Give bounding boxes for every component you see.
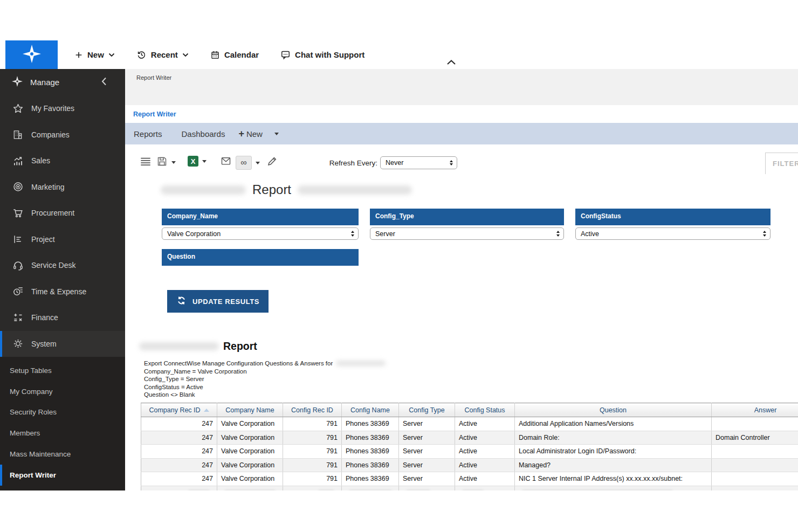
filter-header: ConfigStatus — [575, 209, 771, 225]
sidebar-item-companies[interactable]: Companies — [0, 122, 125, 148]
sidebar-item-marketing[interactable]: Marketing — [0, 174, 125, 201]
history-icon — [136, 50, 147, 60]
criteria-line: Config_Type = Server — [144, 375, 386, 383]
envelope-icon — [220, 156, 232, 169]
star-icon — [12, 102, 24, 114]
sidebar-item-finance[interactable]: Finance — [0, 305, 125, 331]
tab-reports[interactable]: Reports — [134, 129, 162, 139]
headset-icon — [12, 259, 24, 271]
tab-bar: Reports Dashboards + New — [125, 123, 798, 144]
chat-support-button[interactable]: Chat with Support — [280, 50, 364, 60]
menu-list-button[interactable] — [139, 156, 152, 170]
hamburger-icon — [139, 156, 152, 170]
table-row[interactable]: 247Valve Corporation791Phones 38369Serve… — [141, 431, 798, 445]
select-stepper-icon — [351, 231, 354, 237]
sidebar-brand-label: Manage — [30, 78, 59, 87]
chat-icon — [280, 50, 291, 60]
sidebar-item-service-desk[interactable]: Service Desk — [0, 252, 125, 279]
sidebar-item-mass-maintenance[interactable]: Mass Maintenance — [0, 444, 125, 465]
new-menu-button[interactable]: New — [74, 50, 115, 59]
col-header-config-rec-id[interactable]: Config Rec ID — [283, 403, 342, 417]
select-stepper-icon — [450, 160, 453, 166]
report-heading-word: Report — [223, 340, 257, 353]
report-title-row: Report — [161, 182, 412, 197]
sort-asc-icon — [204, 409, 209, 412]
sidebar-item-sales[interactable]: Sales — [0, 148, 125, 174]
table-row[interactable]: 247Valve Corporation791Phones 38369Serve… — [141, 472, 798, 486]
sidebar-subitem-label: Members — [10, 429, 40, 437]
breadcrumb: Report Writer — [136, 74, 171, 81]
top-menu: New Recent Calendar Chat with Support — [74, 40, 364, 69]
email-button[interactable] — [220, 156, 232, 169]
col-header-config-type[interactable]: Config Type — [399, 403, 455, 417]
col-header-question[interactable]: Question — [515, 403, 712, 417]
link-dropdown-caret[interactable] — [256, 162, 260, 164]
col-header-config-status[interactable]: Config Status — [455, 403, 515, 417]
sidebar-item-system[interactable]: System — [0, 331, 125, 357]
sidebar-item-label: Companies — [31, 130, 70, 139]
refresh-every-select[interactable]: Never — [380, 156, 457, 169]
sidebar-item-time-expense[interactable]: Time & Expense — [0, 279, 125, 305]
table-row[interactable]: 247Valve Corporation791Phones 38369Serve… — [141, 417, 798, 431]
target-icon — [12, 181, 24, 193]
plus-icon — [74, 51, 83, 59]
export-excel-button[interactable]: X — [188, 156, 207, 167]
tab-new-button[interactable]: + New — [238, 129, 263, 139]
sidebar-item-my-favorites[interactable]: My Favorites — [0, 95, 125, 122]
col-header-config-name[interactable]: Config Name — [342, 403, 399, 417]
sidebar-item-members[interactable]: Members — [0, 423, 125, 444]
sidebar-item-my-company[interactable]: My Company — [0, 381, 125, 402]
company-name-select[interactable]: Valve Corporation — [162, 227, 359, 240]
tab-dashboards[interactable]: Dashboards — [182, 129, 225, 139]
filter-config-status: ConfigStatus Active — [575, 209, 771, 240]
refresh-icon — [176, 295, 187, 307]
connectwise-logo[interactable] — [5, 40, 58, 69]
report-content: Report Company_Name Valve Corporation Co… — [125, 174, 798, 490]
new-dropdown-caret[interactable] — [274, 133, 279, 135]
report-criteria: Export ConnectWise Manage Configuration … — [144, 360, 386, 399]
excel-icon: X — [188, 156, 198, 167]
sidebar-item-label: System — [31, 340, 57, 348]
table-row[interactable]: 247Valve Corporation791Phones 38369Serve… — [141, 458, 798, 472]
save-dropdown-caret[interactable] — [171, 161, 176, 164]
recent-menu-button[interactable]: Recent — [136, 50, 189, 60]
refresh-every-label: Refresh Every: — [315, 159, 377, 167]
calendar-icon — [210, 50, 220, 60]
sidebar-submenu: Setup Tables My Company Security Roles M… — [0, 357, 125, 490]
sidebar-item-project[interactable]: Project — [0, 226, 125, 253]
collapse-sidebar-chevron[interactable] — [101, 77, 107, 87]
refresh-every-value: Never — [386, 159, 403, 167]
col-header-company-rec-id[interactable]: Company Rec ID — [141, 403, 217, 417]
calendar-menu-button[interactable]: Calendar — [210, 50, 259, 60]
edit-button[interactable] — [266, 156, 278, 169]
cart-icon — [12, 207, 24, 219]
filter-header: Config_Type — [370, 209, 564, 225]
col-header-answer[interactable]: Answer — [712, 403, 798, 417]
link-button[interactable]: ∞ — [236, 156, 260, 170]
list-icon — [12, 233, 24, 245]
save-button[interactable] — [156, 156, 176, 169]
excel-dropdown-caret[interactable] — [202, 160, 207, 163]
table-header-row: Company Rec ID Company Name Config Rec I… — [141, 403, 798, 417]
collapse-topbar-chevron[interactable] — [446, 58, 456, 67]
criteria-line: Company_Name = Valve Corporation — [144, 368, 386, 376]
table-row[interactable]: 247Valve Corporation791Phones 38369Serve… — [141, 445, 798, 459]
report-writer-link[interactable]: Report Writer — [133, 110, 176, 118]
recent-menu-label: Recent — [151, 50, 178, 59]
sidebar-item-manage[interactable]: Manage — [0, 69, 125, 95]
config-status-select[interactable]: Active — [575, 227, 771, 240]
filter-header: Company_Name — [162, 209, 359, 225]
redacted-text — [139, 342, 219, 350]
gear-icon — [12, 338, 24, 350]
update-results-button[interactable]: UPDATE RESULTS — [167, 290, 269, 313]
filter-panel-tab[interactable]: FILTER — [765, 153, 798, 175]
sidebar-item-procurement[interactable]: Procurement — [0, 200, 125, 226]
sidebar-item-setup-tables[interactable]: Setup Tables — [0, 360, 125, 381]
results-table-wrap: Company Rec ID Company Name Config Rec I… — [141, 403, 798, 490]
app-window: New Recent Calendar Chat with Support — [0, 40, 798, 490]
clock-icon — [12, 286, 24, 298]
col-header-company-name[interactable]: Company Name — [217, 403, 283, 417]
config-type-select[interactable]: Server — [370, 227, 564, 240]
sidebar-item-security-roles[interactable]: Security Roles — [0, 402, 125, 423]
sidebar-item-report-writer[interactable]: Report Writer — [0, 465, 125, 486]
